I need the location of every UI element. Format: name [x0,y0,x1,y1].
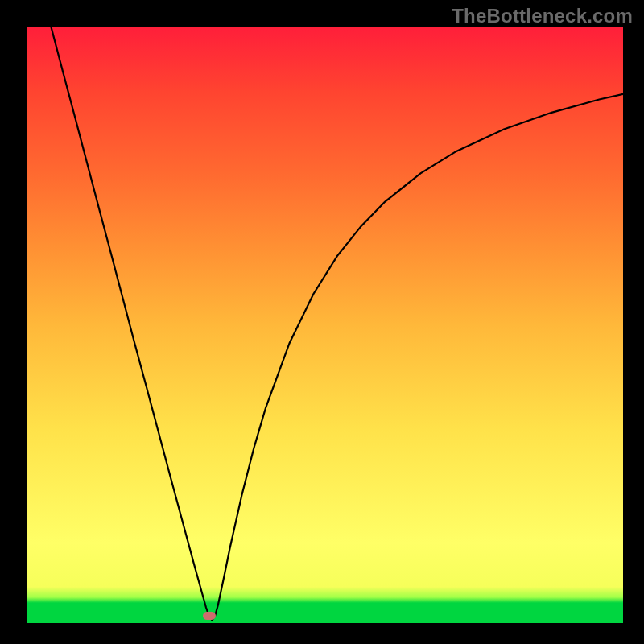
plot-area [27,27,623,623]
chart-frame: TheBottleneck.com [0,0,644,644]
watermark-text: TheBottleneck.com [452,5,633,27]
bottleneck-curve [27,27,623,623]
optimal-point-marker [203,612,216,620]
